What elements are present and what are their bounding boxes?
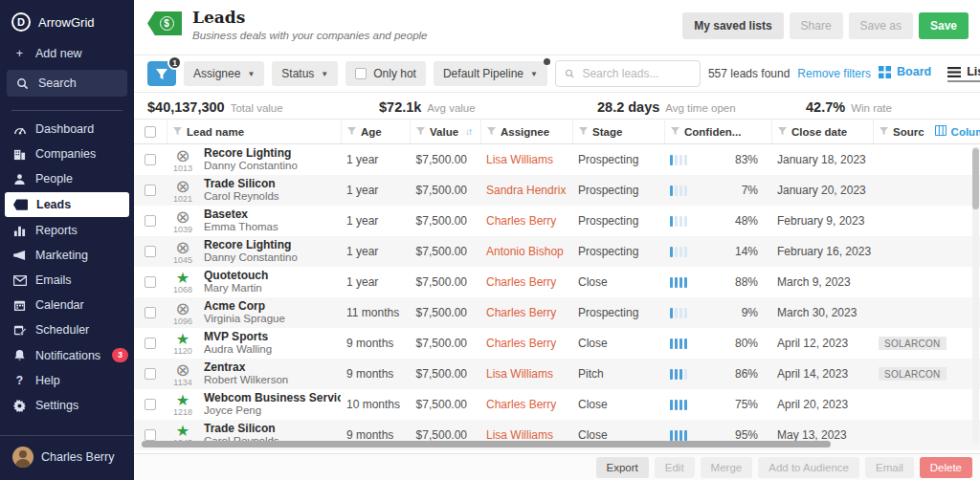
lead-name-cell: ⊗ 1134 Zentrax Robert Wilkerson: [167, 360, 341, 387]
merge-button[interactable]: Merge: [701, 457, 753, 478]
column-header-age[interactable]: Age: [341, 120, 410, 143]
row-checkbox[interactable]: [145, 215, 156, 227]
table-row[interactable]: ★ 1120 MVP Sports Audra Walling 9 months…: [134, 328, 980, 359]
columns-button[interactable]: Columns: [929, 120, 980, 143]
assignee-link[interactable]: Sandra Hendrix: [480, 184, 572, 197]
vertical-scrollbar[interactable]: [972, 148, 979, 209]
table-row[interactable]: ⊗ 1134 Zentrax Robert Wilkerson 9 months…: [134, 359, 980, 389]
leads-search-box[interactable]: [555, 60, 701, 87]
table-row[interactable]: ⊗ 1045 Recore Lighting Danny Constantino…: [134, 236, 980, 267]
status-filter-dropdown[interactable]: Status ▼: [272, 61, 338, 86]
lead-name: Trade Silicon: [204, 422, 279, 435]
column-label: Age: [361, 126, 382, 138]
remove-filters-link[interactable]: Remove filters: [797, 67, 871, 80]
view-tab-list[interactable]: List: [947, 65, 980, 82]
table-row[interactable]: ★ 1218 Webcom Business Services Joyce Pe…: [134, 389, 980, 420]
assignee-filter-dropdown[interactable]: Assignee ▼: [184, 61, 264, 86]
view-tab-board[interactable]: Board: [879, 65, 931, 82]
stage-cell: Close: [572, 398, 664, 411]
lead-contact: Audra Walling: [204, 343, 272, 357]
table-row[interactable]: ⊗ 1096 Acme Corp Virginia Sprague 11 mon…: [134, 297, 980, 328]
sidebar-item-companies[interactable]: Companies: [0, 142, 134, 166]
column-header-stage[interactable]: Stage: [572, 120, 664, 143]
sidebar-item-marketing[interactable]: Marketing: [0, 243, 134, 268]
assignee-link[interactable]: Lisa Williams: [480, 367, 572, 381]
assignee-link[interactable]: Lisa Williams: [480, 428, 572, 442]
column-header-confiden[interactable]: Confiden...: [664, 120, 771, 143]
column-header-assignee[interactable]: Assignee: [480, 120, 572, 143]
assignee-link[interactable]: Charles Berry: [480, 214, 572, 228]
row-checkbox[interactable]: [145, 399, 156, 410]
delete-button[interactable]: Delete: [920, 457, 972, 478]
table-row[interactable]: ⊗ 1021 Trade Silicon Carol Reynolds 1 ye…: [134, 175, 980, 206]
assignee-link[interactable]: Antonio Bishop: [480, 245, 572, 258]
sidebar-item-emails[interactable]: Emails: [0, 268, 134, 293]
pipeline-dropdown[interactable]: Default Pipeline ▼: [434, 61, 547, 86]
column-filter-icon[interactable]: [416, 126, 425, 138]
filter-button[interactable]: 1: [147, 61, 176, 86]
column-header-sourc[interactable]: SourcColumns: [873, 120, 980, 143]
row-checkbox[interactable]: [145, 276, 156, 288]
bell-icon: [12, 349, 27, 361]
sort-toggle-icon[interactable]: ↓↑: [465, 126, 471, 137]
table-row[interactable]: ⊗ 1013 Recore Lighting Danny Constantino…: [134, 144, 980, 175]
column-label: Assignee: [501, 126, 549, 138]
user-name: Charles Berry: [41, 450, 114, 464]
column-filter-icon[interactable]: [671, 126, 679, 138]
horizontal-scrollbar[interactable]: [142, 441, 831, 447]
sidebar-item-settings[interactable]: Settings: [0, 393, 134, 418]
column-filter-icon[interactable]: [579, 126, 588, 138]
search-input[interactable]: [580, 66, 691, 81]
export-button[interactable]: Export: [596, 457, 649, 478]
column-filter-icon[interactable]: [880, 126, 888, 138]
column-filter-icon[interactable]: [778, 126, 787, 138]
age-cell: 1 year: [341, 184, 410, 197]
row-checkbox[interactable]: [145, 338, 156, 349]
lead-name: Basetex: [204, 207, 278, 221]
assignee-link[interactable]: Lisa Williams: [480, 153, 572, 166]
add-new-label: Add new: [35, 47, 82, 60]
only-hot-checkbox[interactable]: [355, 68, 367, 79]
column-filter-icon[interactable]: [173, 126, 182, 138]
column-header-lead-name[interactable]: Lead name: [167, 120, 341, 143]
assignee-link[interactable]: Charles Berry: [480, 275, 572, 289]
sidebar-item-calendar[interactable]: Calendar: [0, 293, 134, 317]
select-all-checkbox[interactable]: [145, 126, 156, 138]
add-to-audience-button[interactable]: Add to Audience: [758, 457, 859, 478]
assignee-link[interactable]: Charles Berry: [480, 337, 572, 350]
row-checkbox[interactable]: [145, 307, 156, 318]
row-checkbox[interactable]: [145, 368, 156, 380]
hot-star-icon: ★: [176, 424, 189, 439]
sidebar-item-leads[interactable]: $ Leads: [5, 192, 129, 217]
assignee-link[interactable]: Charles Berry: [480, 398, 572, 411]
share-button[interactable]: Share: [790, 12, 843, 39]
email-button[interactable]: Email: [865, 457, 914, 478]
row-checkbox[interactable]: [145, 429, 156, 441]
add-new-button[interactable]: + Add new: [0, 40, 134, 67]
column-filter-icon[interactable]: [487, 126, 496, 138]
sidebar-item-dashboard[interactable]: Dashboard: [0, 117, 134, 142]
row-checkbox[interactable]: [145, 246, 156, 257]
table-row[interactable]: ⊗ 1039 Basetex Emma Thomas 1 year $7,500…: [134, 206, 980, 236]
column-header-close-date[interactable]: Close date: [771, 120, 873, 143]
results-count: 557 leads found: [708, 67, 790, 80]
assignee-link[interactable]: Charles Berry: [480, 306, 572, 319]
sidebar-item-people[interactable]: People: [0, 166, 134, 191]
row-checkbox[interactable]: [145, 185, 156, 196]
column-filter-icon[interactable]: [347, 126, 356, 138]
only-hot-toggle[interactable]: Only hot: [345, 61, 426, 86]
sidebar-item-reports[interactable]: Reports: [0, 218, 134, 243]
sidebar-search-button[interactable]: Search: [7, 70, 127, 97]
row-checkbox[interactable]: [145, 154, 156, 165]
my-saved-lists-button[interactable]: My saved lists: [682, 12, 783, 39]
user-menu[interactable]: Charles Berry: [0, 435, 134, 480]
sidebar-item-help[interactable]: ? Help: [0, 368, 134, 393]
column-header-value[interactable]: Value↓↑: [410, 120, 480, 143]
lead-name: Trade Silicon: [204, 177, 279, 190]
sidebar-item-notifications[interactable]: Notifications 3: [0, 342, 134, 368]
save-button[interactable]: Save: [919, 12, 969, 39]
sidebar-item-scheduler[interactable]: Scheduler: [0, 317, 134, 342]
edit-button[interactable]: Edit: [655, 457, 695, 478]
table-row[interactable]: ★ 1068 Quotetouch Mary Martin 1 year $7,…: [134, 267, 980, 297]
save-as-button[interactable]: Save as: [849, 12, 913, 39]
